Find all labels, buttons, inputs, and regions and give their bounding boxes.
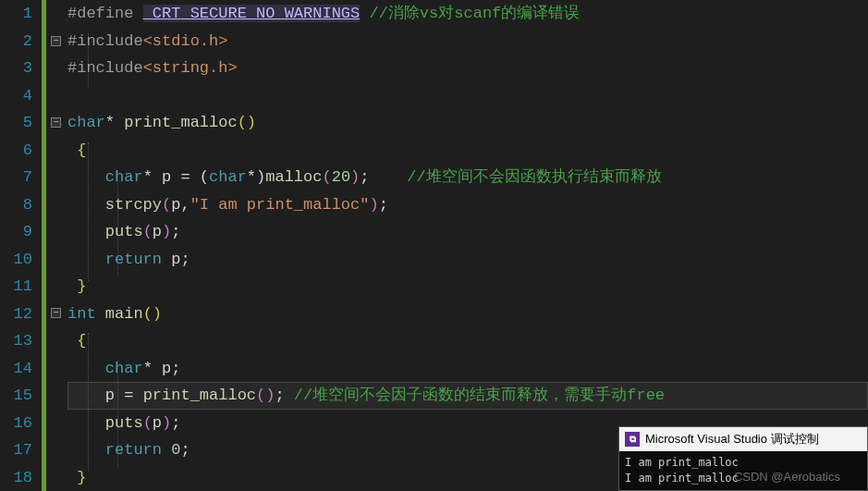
console-line: I am print_malloc bbox=[625, 455, 862, 471]
line-number[interactable]: 8 bbox=[0, 191, 32, 219]
console-titlebar[interactable]: ⧉ Microsoft Visual Studio 调试控制 bbox=[619, 427, 867, 451]
line-number[interactable]: 18 bbox=[0, 464, 32, 492]
console-title-text: Microsoft Visual Studio 调试控制 bbox=[645, 431, 819, 448]
line-number-gutter: 1 2 3 4 5 6 7 8 9 10 11 12 13 14 15 16 1… bbox=[0, 0, 42, 491]
fold-toggle-icon[interactable]: − bbox=[51, 36, 61, 46]
line-number[interactable]: 16 bbox=[0, 410, 32, 437]
code-line[interactable]: char* p; bbox=[67, 355, 868, 383]
fold-gutter: − − − bbox=[49, 0, 67, 491]
code-editor: 1 2 3 4 5 6 7 8 9 10 11 12 13 14 15 16 1… bbox=[0, 0, 868, 491]
line-number[interactable]: 3 bbox=[0, 55, 32, 82]
code-content[interactable]: #define _CRT_SECURE_NO_WARNINGS //消除vs对s… bbox=[67, 0, 868, 491]
code-line[interactable]: int main() bbox=[67, 301, 868, 328]
code-line[interactable]: } bbox=[67, 273, 868, 301]
code-line[interactable]: #define _CRT_SECURE_NO_WARNINGS //消除vs对s… bbox=[67, 0, 868, 28]
line-number[interactable]: 6 bbox=[0, 137, 32, 165]
code-line[interactable]: char* p = (char*)malloc(20); //堆空间不会因函数执… bbox=[67, 164, 868, 191]
code-line[interactable]: char* print_malloc() bbox=[67, 109, 868, 137]
line-number[interactable]: 17 bbox=[0, 436, 32, 464]
fold-toggle-icon[interactable]: − bbox=[51, 308, 61, 318]
code-line[interactable]: strcpy(p,"I am print_malloc"); bbox=[67, 191, 868, 219]
line-number[interactable]: 4 bbox=[0, 82, 32, 110]
code-line[interactable]: return p; bbox=[67, 246, 868, 274]
code-line[interactable]: puts(p); bbox=[67, 218, 868, 246]
code-line[interactable]: #include<stdio.h> bbox=[67, 28, 868, 55]
change-bar bbox=[42, 0, 46, 491]
line-number[interactable]: 10 bbox=[0, 246, 32, 274]
line-number[interactable]: 7 bbox=[0, 164, 32, 191]
line-number[interactable]: 11 bbox=[0, 273, 32, 301]
visual-studio-icon: ⧉ bbox=[625, 432, 640, 447]
line-number[interactable]: 13 bbox=[0, 327, 32, 355]
code-line[interactable]: p = print_malloc(); //堆空间不会因子函数的结束而释放，需要… bbox=[67, 382, 868, 410]
line-number[interactable]: 2 bbox=[0, 28, 32, 55]
code-line[interactable]: { bbox=[67, 137, 868, 165]
code-line[interactable]: #include<string.h> bbox=[67, 55, 868, 82]
code-line[interactable] bbox=[67, 82, 868, 110]
code-line[interactable]: { bbox=[67, 327, 868, 355]
line-number[interactable]: 1 bbox=[0, 0, 32, 28]
watermark-text: CSDN @Aerobatics bbox=[734, 470, 840, 484]
line-number[interactable]: 12 bbox=[0, 301, 32, 328]
line-number[interactable]: 14 bbox=[0, 355, 32, 383]
line-number[interactable]: 5 bbox=[0, 109, 32, 137]
line-number[interactable]: 9 bbox=[0, 218, 32, 246]
change-indicator-margin bbox=[42, 0, 49, 491]
line-number[interactable]: 15 bbox=[0, 382, 32, 410]
fold-toggle-icon[interactable]: − bbox=[51, 117, 61, 128]
